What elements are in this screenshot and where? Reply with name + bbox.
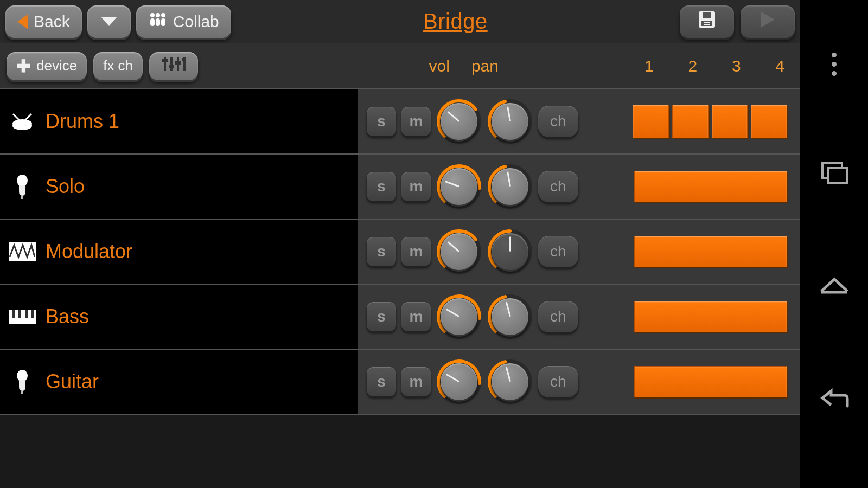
track-row: Solo s m ch [0, 155, 800, 220]
pattern-bar[interactable] [634, 236, 787, 267]
pan-knob[interactable] [487, 294, 533, 339]
song-section-title[interactable]: Bridge [237, 9, 674, 34]
pattern-block[interactable] [633, 105, 669, 138]
pan-label: pan [471, 57, 499, 75]
vol-knob[interactable] [436, 359, 482, 404]
solo-button[interactable]: s [367, 237, 396, 266]
slot-4: 4 [775, 57, 784, 75]
pattern-slots [633, 105, 787, 138]
channel-button[interactable]: ch [538, 171, 578, 202]
back-label: Back [34, 12, 70, 31]
pattern-block[interactable] [712, 105, 748, 138]
svg-rect-15 [169, 65, 174, 68]
svg-point-0 [150, 13, 155, 17]
solo-button[interactable]: s [367, 367, 396, 396]
chevron-down-icon [101, 17, 117, 26]
people-icon [148, 11, 168, 31]
svg-rect-3 [150, 18, 155, 26]
channel-button[interactable]: ch [538, 236, 578, 267]
svg-rect-35 [18, 310, 21, 318]
vol-knob[interactable] [436, 164, 482, 209]
svg-rect-12 [164, 57, 166, 71]
channel-button[interactable]: ch [538, 106, 578, 137]
android-back-button[interactable] [818, 384, 851, 414]
svg-rect-34 [12, 310, 15, 318]
pattern-block[interactable] [751, 105, 787, 138]
pattern-bar[interactable] [634, 171, 787, 202]
pattern-slot-numbers: 1 2 3 4 [641, 57, 794, 75]
dropdown-button[interactable] [87, 5, 131, 38]
pan-knob[interactable] [487, 164, 533, 209]
menu-dots-icon[interactable] [832, 53, 837, 76]
svg-rect-13 [162, 59, 168, 62]
back-button[interactable]: Back [5, 5, 82, 38]
save-button[interactable] [680, 5, 734, 38]
svg-rect-14 [170, 57, 173, 71]
track-label: Solo [46, 175, 85, 198]
track-label: Guitar [46, 370, 99, 393]
vol-knob[interactable] [436, 229, 482, 274]
slot-2: 2 [688, 57, 697, 75]
solo-button[interactable]: s [367, 172, 396, 201]
slot-1: 1 [644, 57, 654, 75]
fx-ch-button[interactable]: fx ch [93, 52, 143, 80]
pattern-bar[interactable] [634, 301, 787, 332]
mute-button[interactable]: m [401, 367, 431, 396]
channel-button[interactable]: ch [538, 366, 578, 397]
keys-icon [9, 303, 36, 330]
solo-button[interactable]: s [367, 302, 396, 331]
mixer-column-labels: vol pan [205, 57, 634, 75]
pan-knob[interactable] [487, 229, 533, 274]
track-name-area[interactable]: Guitar [0, 350, 358, 414]
track-name-area[interactable]: Bass [0, 285, 358, 349]
recent-apps-button[interactable] [818, 159, 851, 189]
slot-3: 3 [732, 57, 741, 75]
mixer-button[interactable] [149, 52, 198, 80]
mute-button[interactable]: m [401, 172, 431, 201]
vol-label: vol [429, 57, 450, 75]
android-nav-bar [800, 0, 868, 488]
mic-icon [9, 368, 36, 395]
track-controls: s m ch [358, 155, 800, 219]
play-button[interactable] [741, 5, 795, 38]
svg-rect-41 [21, 391, 23, 394]
home-button[interactable] [818, 272, 851, 301]
mute-button[interactable]: m [401, 302, 431, 331]
vol-knob[interactable] [436, 99, 482, 144]
drum-icon [9, 108, 36, 135]
back-arrow-icon [17, 14, 28, 29]
svg-rect-9 [704, 22, 710, 23]
svg-rect-45 [828, 168, 847, 183]
svg-rect-4 [156, 18, 160, 26]
mic-icon [9, 173, 36, 200]
svg-rect-36 [25, 310, 28, 318]
track-name-area[interactable]: Modulator [0, 220, 358, 284]
track-row: Modulator s m ch [0, 220, 800, 285]
pattern-bar[interactable] [634, 366, 787, 397]
fx-ch-label: fx ch [103, 57, 133, 74]
pan-knob[interactable] [487, 359, 533, 404]
add-device-label: device [36, 57, 77, 74]
add-device-button[interactable]: ✚ device [7, 52, 87, 80]
mute-button[interactable]: m [401, 237, 431, 266]
svg-rect-17 [175, 61, 181, 65]
sliders-icon [162, 55, 186, 77]
mute-button[interactable]: m [401, 107, 431, 136]
svg-rect-27 [21, 196, 23, 199]
pan-knob[interactable] [487, 99, 533, 144]
toolbar: ✚ device fx ch vol pan 1 2 3 4 [0, 43, 800, 89]
collab-label: Collab [173, 12, 219, 31]
vol-knob[interactable] [436, 294, 482, 339]
track-controls: s m ch [358, 220, 800, 284]
svg-marker-11 [761, 11, 775, 28]
track-name-area[interactable]: Drums 1 [0, 89, 358, 153]
svg-rect-10 [704, 24, 710, 25]
collab-button[interactable]: Collab [136, 5, 231, 38]
pattern-block[interactable] [672, 105, 709, 138]
mixer-screen: Back Collab Bridge [0, 0, 800, 488]
solo-button[interactable]: s [367, 107, 396, 136]
svg-rect-8 [703, 12, 711, 18]
channel-button[interactable]: ch [538, 301, 578, 332]
svg-point-1 [156, 13, 160, 17]
track-name-area[interactable]: Solo [0, 155, 358, 219]
